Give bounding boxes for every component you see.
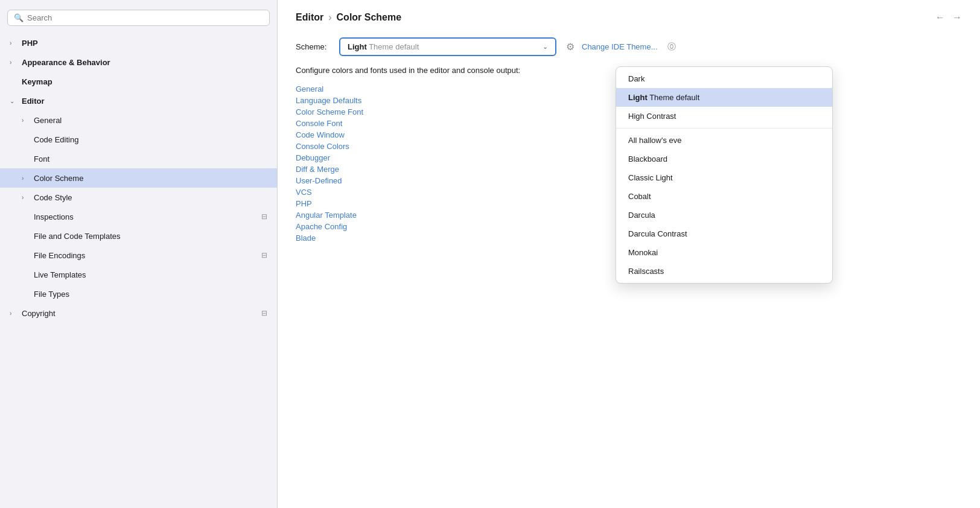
nav-arrows: ← → (935, 12, 962, 23)
sidebar: 🔍 ›PHP›Appearance & BehaviorKeymap⌄Edito… (0, 0, 278, 508)
change-theme-link[interactable]: Change IDE Theme... (582, 42, 658, 51)
sidebar-item-label: Inspections (34, 212, 261, 221)
scheme-dropdown[interactable]: Light Theme default ⌄ (339, 37, 556, 56)
sidebar-item-label: Editor (22, 97, 267, 106)
sidebar-item-label: Color Scheme (34, 174, 267, 183)
sidebar-item-php[interactable]: ›PHP (0, 33, 277, 52)
sidebar-item-file-code-templates[interactable]: File and Code Templates (0, 226, 277, 246)
chevron-icon: ⌄ (10, 98, 19, 104)
sidebar-item-label: PHP (22, 39, 267, 48)
sidebar-item-inspections[interactable]: Inspections⊟ (0, 207, 277, 226)
scheme-dropdown-text: Light Theme default (348, 42, 419, 51)
sidebar-item-live-templates[interactable]: Live Templates (0, 265, 277, 284)
settings-icon: ⊟ (261, 309, 267, 317)
sidebar-item-label: Code Style (34, 193, 267, 202)
sidebar-item-label: File and Code Templates (34, 232, 267, 241)
sidebar-item-file-encodings[interactable]: File Encodings⊟ (0, 246, 277, 265)
gear-icon[interactable]: ⚙ (566, 41, 574, 52)
breadcrumb: Editor › Color Scheme (296, 12, 962, 23)
dropdown-item-dark[interactable]: Dark (616, 69, 832, 88)
search-bar[interactable]: 🔍 (7, 10, 270, 26)
sidebar-item-copyright[interactable]: ›Copyright⊟ (0, 303, 277, 323)
sidebar-item-label: General (34, 116, 267, 125)
settings-icon: ⊟ (261, 212, 267, 221)
dropdown-item-cobalt[interactable]: Cobalt (616, 187, 832, 206)
main-content: ← → Editor › Color Scheme Scheme: Light … (278, 0, 980, 508)
scheme-row: Scheme: Light Theme default ⌄ ⚙ Change I… (296, 37, 962, 56)
dropdown-item-blackboard[interactable]: Blackboard (616, 150, 832, 168)
forward-arrow[interactable]: → (952, 12, 962, 23)
chevron-icon: › (10, 310, 19, 317)
scheme-label: Scheme: (296, 42, 332, 51)
sidebar-item-label: Keymap (22, 77, 267, 86)
sidebar-item-label: Appearance & Behavior (22, 58, 267, 67)
sidebar-item-label: File Types (34, 290, 267, 299)
sidebar-item-label: File Encodings (34, 251, 261, 260)
sidebar-item-font[interactable]: Font (0, 149, 277, 168)
dropdown-item-all-hallows-eve[interactable]: All hallow's eve (616, 131, 832, 150)
sidebar-item-label: Code Editing (34, 135, 267, 144)
chevron-icon: › (22, 194, 31, 201)
settings-icon: ⊟ (261, 251, 267, 259)
sidebar-item-editor[interactable]: ⌄Editor (0, 91, 277, 110)
sidebar-item-code-style[interactable]: ›Code Style (0, 188, 277, 207)
dropdown-item-classic-light[interactable]: Classic Light (616, 168, 832, 187)
breadcrumb-separator: › (328, 12, 331, 23)
sidebar-item-label: Copyright (22, 309, 261, 318)
dropdown-item-light-theme-default[interactable]: Light Theme default (616, 88, 832, 107)
sidebar-item-keymap[interactable]: Keymap (0, 72, 277, 91)
sidebar-item-general[interactable]: ›General (0, 110, 277, 130)
help-icon[interactable]: ⓪ (667, 42, 676, 52)
sidebar-item-label: Live Templates (34, 270, 267, 279)
chevron-icon: › (22, 175, 31, 182)
search-input[interactable] (27, 13, 263, 22)
dropdown-item-darcula[interactable]: Darcula (616, 206, 832, 224)
breadcrumb-part2: Color Scheme (337, 12, 402, 23)
dropdown-item-monokai[interactable]: Monokai (616, 243, 832, 262)
chevron-icon: › (10, 59, 19, 66)
sidebar-item-label: Font (34, 154, 267, 164)
sidebar-items: ›PHP›Appearance & BehaviorKeymap⌄Editor›… (0, 33, 277, 323)
chevron-icon: › (22, 117, 31, 124)
dropdown-divider (616, 128, 832, 129)
breadcrumb-part1: Editor (296, 12, 323, 23)
back-arrow[interactable]: ← (935, 12, 945, 23)
search-icon: 🔍 (14, 13, 24, 22)
sidebar-item-file-types[interactable]: File Types (0, 284, 277, 303)
sidebar-item-appearance[interactable]: ›Appearance & Behavior (0, 52, 277, 72)
dropdown-item-high-contrast[interactable]: High Contrast (616, 107, 832, 125)
dropdown-item-darcula-contrast[interactable]: Darcula Contrast (616, 224, 832, 243)
dropdown-item-railscasts[interactable]: Railscasts (616, 262, 832, 281)
scheme-bold-part: Light (348, 42, 367, 51)
sidebar-item-color-scheme[interactable]: ›Color Scheme (0, 168, 277, 188)
chevron-icon: › (10, 40, 19, 46)
scheme-dropdown-popup: DarkLight Theme defaultHigh ContrastAll … (616, 66, 833, 284)
scheme-normal-part: Theme default (367, 42, 419, 51)
sidebar-item-code-editing[interactable]: Code Editing (0, 130, 277, 149)
chevron-down-icon: ⌄ (542, 43, 548, 51)
